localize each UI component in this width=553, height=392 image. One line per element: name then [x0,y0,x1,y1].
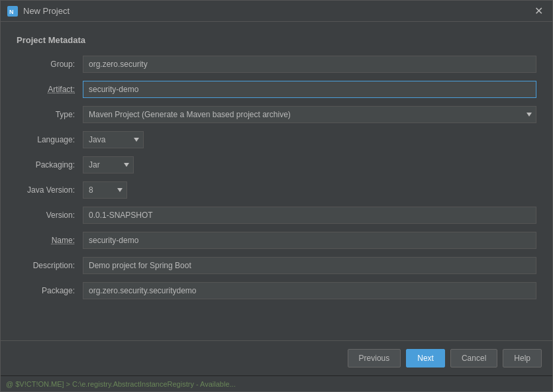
cancel-button[interactable]: Cancel [450,349,497,368]
artifact-input[interactable] [83,81,536,98]
name-label: Name: [17,236,83,245]
dropdown-arrow-icon [117,188,123,192]
dropdown-arrow-icon [527,113,532,117]
dropdown-arrow-icon [124,163,129,167]
package-row: Package: [17,282,536,299]
version-label: Version: [17,211,83,220]
language-label: Language: [17,135,83,144]
artifact-row: Artifact: [17,81,536,98]
description-input[interactable] [83,257,536,274]
close-button[interactable]: ✕ [532,6,546,17]
language-value: Java [83,131,129,148]
packaging-value: Jar [83,156,119,173]
app-icon: N [7,6,18,17]
name-input[interactable] [83,232,536,249]
description-row: Description: [17,257,536,274]
dialog-title: New Project [23,6,70,16]
packaging-dropdown-button[interactable] [119,156,134,173]
packaging-row: Packaging: Jar [17,156,536,173]
language-dropdown-button[interactable] [129,131,144,148]
package-input[interactable] [83,282,536,299]
java-version-label: Java Version: [17,185,83,195]
type-dropdown-button[interactable] [522,106,536,123]
dialog-content: Project Metadata Group: Artifact: Type: … [1,22,552,340]
previous-button[interactable]: Previous [348,349,401,368]
type-container: Maven Project (Generate a Maven based pr… [83,106,536,123]
title-bar: N New Project ✕ [1,1,552,22]
dialog-footer: Previous Next Cancel Help [1,340,552,375]
section-title: Project Metadata [17,35,536,45]
group-row: Group: [17,56,536,73]
version-input[interactable] [83,207,536,224]
new-project-dialog: N New Project ✕ Project Metadata Group: … [0,0,553,392]
svg-text:N: N [9,9,14,15]
group-label: Group: [17,60,83,69]
title-bar-left: N New Project [7,6,70,17]
packaging-label: Packaging: [17,160,83,170]
java-version-row: Java Version: 8 [17,181,536,199]
status-bar: @ $V!CT!ON.ME] > C:\e.registry.AbstractI… [1,375,552,391]
packaging-container: Jar [83,156,134,173]
help-button[interactable]: Help [503,349,542,368]
java-version-dropdown-button[interactable] [113,181,127,199]
type-row: Type: Maven Project (Generate a Maven ba… [17,106,536,123]
artifact-label: Artifact: [17,85,83,94]
type-value: Maven Project (Generate a Maven based pr… [83,106,522,123]
name-row: Name: [17,232,536,249]
version-row: Version: [17,207,536,224]
language-container: Java [83,131,144,148]
group-input[interactable] [83,56,536,73]
dropdown-arrow-icon [134,138,139,142]
language-row: Language: Java [17,131,536,148]
next-button[interactable]: Next [406,349,445,368]
java-version-container: 8 [83,181,127,199]
java-version-value: 8 [83,181,113,199]
status-text: @ $V!CT!ON.ME] > C:\e.registry.AbstractI… [6,380,236,388]
type-label: Type: [17,110,83,119]
description-label: Description: [17,261,83,270]
package-label: Package: [17,286,83,295]
